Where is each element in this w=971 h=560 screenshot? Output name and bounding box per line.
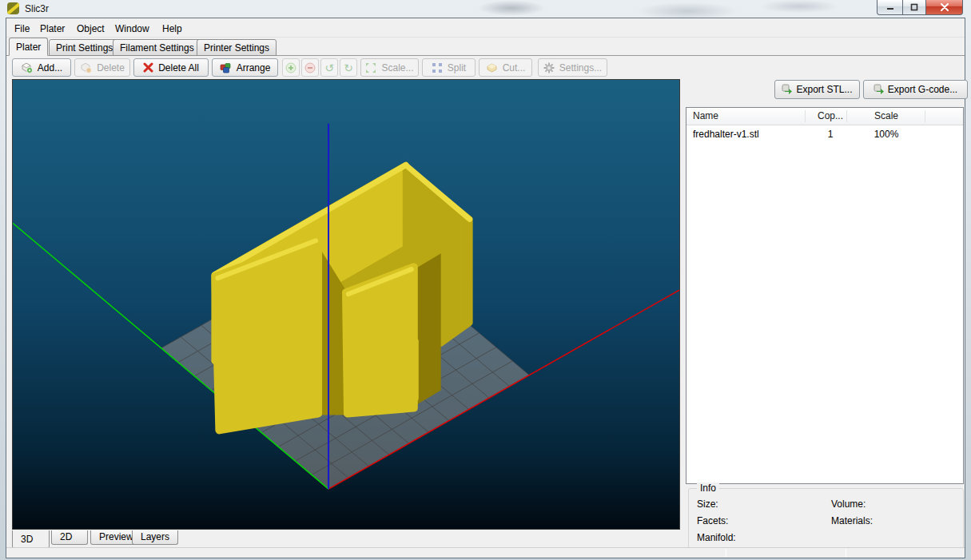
tab-3d[interactable]: 3D	[12, 530, 50, 549]
row-scale: 100%	[864, 129, 909, 140]
column-header-scale[interactable]: Scale	[864, 110, 909, 121]
delete-all-button[interactable]: Delete All	[133, 58, 209, 77]
add-icon	[21, 62, 33, 73]
info-volume-label: Volume:	[831, 498, 866, 510]
table-row[interactable]: fredhalter-v1.stl 1 100%	[686, 125, 963, 143]
cut-button[interactable]: Cut...	[479, 58, 532, 77]
rotate-cw-icon: ↻	[344, 62, 353, 73]
split-button[interactable]: Split	[422, 58, 476, 77]
minimize-icon	[886, 4, 894, 11]
scale-label: Scale...	[381, 62, 413, 73]
column-divider[interactable]	[925, 110, 925, 122]
scale-button[interactable]: Scale...	[360, 58, 419, 77]
menu-window[interactable]: Window	[111, 22, 153, 36]
export-gcode-button[interactable]: Export G-code...	[863, 80, 968, 99]
scale-icon	[365, 62, 376, 73]
close-icon	[941, 3, 949, 11]
split-label: Split	[448, 62, 466, 73]
plater-toolbar: Add... Delete Delete All	[6, 56, 965, 79]
delete-label: Delete	[97, 62, 125, 73]
settings-tabbar: Plater Print Settings Filament Settings …	[6, 38, 965, 56]
rotate-ccw-button[interactable]: ↺	[320, 58, 338, 77]
status-separator	[846, 549, 846, 557]
slic3r-window: Slic3r File Plater Object Window Help Pl…	[0, 0, 971, 560]
info-groupbox: Info Size: Volume: Facets: Materials: Ma…	[688, 488, 964, 554]
info-size-label: Size:	[697, 498, 718, 510]
3d-viewport[interactable]	[12, 79, 680, 530]
delete-button[interactable]: Delete	[74, 58, 130, 77]
increase-copies-button[interactable]	[282, 58, 300, 77]
export-stl-label: Export STL...	[796, 84, 852, 95]
decrease-copies-button[interactable]	[301, 58, 319, 77]
info-legend: Info	[697, 483, 719, 494]
tab-filament-settings[interactable]: Filament Settings	[113, 39, 201, 56]
row-name: fredhalter-v1.stl	[693, 129, 759, 140]
row-copies: 1	[810, 129, 850, 140]
split-icon	[432, 62, 443, 73]
maximize-icon	[910, 3, 918, 11]
titlebar: Slic3r	[0, 0, 971, 18]
export-stl-button[interactable]: Export STL...	[774, 80, 860, 99]
rotate-ccw-icon: ↺	[324, 62, 334, 73]
rotate-cw-button[interactable]: ↻	[340, 58, 357, 77]
tab-print-settings[interactable]: Print Settings	[49, 39, 120, 56]
info-materials-label: Materials:	[831, 515, 873, 526]
tab-2d[interactable]: 2D	[51, 530, 88, 545]
minimize-button[interactable]	[877, 0, 903, 15]
arrange-button[interactable]: Arrange	[212, 58, 278, 77]
column-divider[interactable]	[805, 110, 806, 122]
export-gcode-icon	[874, 84, 885, 95]
column-header-name[interactable]: Name	[693, 110, 718, 121]
object-list-table[interactable]: Name Cop... Scale fredhalter-v1.stl 1 10…	[686, 107, 964, 484]
add-button[interactable]: Add...	[12, 58, 71, 77]
column-divider[interactable]	[846, 110, 847, 122]
status-separator	[726, 549, 726, 557]
status-bar	[6, 547, 965, 558]
close-button[interactable]	[925, 0, 963, 15]
info-manifold-label: Manifold:	[697, 532, 736, 543]
slic3r-app-icon	[7, 2, 19, 14]
add-label: Add...	[38, 62, 62, 73]
cut-icon	[486, 62, 498, 73]
export-gcode-label: Export G-code...	[888, 84, 957, 95]
plus-circle-icon	[285, 62, 296, 73]
minus-circle-icon	[304, 62, 316, 73]
export-stl-icon	[782, 84, 793, 95]
delete-icon	[80, 62, 92, 73]
gear-icon	[543, 62, 555, 73]
object-settings-button[interactable]: Settings...	[538, 58, 607, 77]
menu-object[interactable]: Object	[73, 22, 109, 36]
client-area: File Plater Object Window Help Plater Pr…	[6, 18, 965, 558]
delete-all-label: Delete All	[158, 62, 199, 73]
window-title: Slic3r	[25, 3, 49, 14]
object-settings-label: Settings...	[559, 62, 602, 73]
cut-label: Cut...	[503, 62, 526, 73]
delete-all-icon	[143, 62, 153, 73]
menu-bar: File Plater Object Window Help	[6, 18, 965, 38]
arrange-label: Arrange	[237, 62, 271, 73]
tab-printer-settings[interactable]: Printer Settings	[197, 39, 277, 56]
arrange-icon	[220, 62, 232, 73]
maximize-button[interactable]	[903, 0, 925, 15]
tab-layers[interactable]: Layers	[132, 530, 178, 545]
object-list-header: Name Cop... Scale	[686, 108, 963, 125]
menu-file[interactable]: File	[10, 22, 34, 36]
info-facets-label: Facets:	[697, 515, 728, 526]
menu-help[interactable]: Help	[158, 22, 186, 36]
column-header-copies[interactable]: Cop...	[810, 110, 850, 121]
tab-plater[interactable]: Plater	[9, 38, 48, 56]
menu-plater[interactable]: Plater	[36, 22, 69, 36]
